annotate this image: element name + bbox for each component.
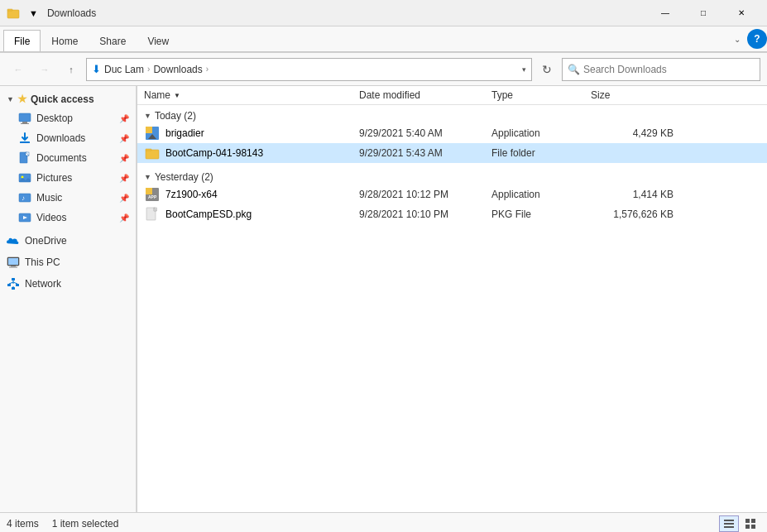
- sidebar-item-desktop[interactable]: Desktop 📌: [0, 108, 136, 128]
- svg-line-23: [9, 282, 13, 284]
- svg-rect-40: [745, 519, 750, 523]
- status-view-buttons: [719, 515, 760, 532]
- svg-rect-32: [146, 188, 152, 194]
- quick-access-dropdown[interactable]: ▼: [25, 6, 42, 21]
- minimize-button[interactable]: —: [646, 0, 684, 26]
- bootcampesd-filename: BootCampESD.pkg: [165, 208, 252, 220]
- sidebar-music-label: Music: [36, 192, 62, 204]
- svg-rect-18: [12, 278, 15, 280]
- downloads-pin-icon: 📌: [119, 134, 129, 143]
- svg-rect-30: [146, 149, 151, 151]
- up-button[interactable]: ↑: [60, 58, 83, 81]
- bootcamp-filename: BootCamp-041-98143: [165, 147, 263, 159]
- address-sep-1: ›: [147, 65, 150, 74]
- svg-rect-29: [146, 150, 159, 159]
- window-title: Downloads: [47, 7, 96, 19]
- 7z-icon: APP: [144, 186, 161, 203]
- bootcamp-folder-icon: [144, 145, 161, 161]
- status-item-count: 4 items: [7, 518, 39, 530]
- brigadier-size: 4,429 KB: [591, 127, 674, 139]
- sidebar-quick-access-header[interactable]: ▼ ★ Quick access: [0, 89, 136, 108]
- sidebar-item-videos[interactable]: Videos 📌: [0, 208, 136, 228]
- sidebar-item-network[interactable]: Network: [0, 274, 136, 294]
- sidebar-pictures-label: Pictures: [36, 172, 72, 184]
- status-selection-info: 1 item selected: [52, 518, 119, 530]
- sidebar-item-documents[interactable]: Documents 📌: [0, 148, 136, 168]
- desktop-icon: [18, 112, 31, 125]
- svg-rect-1: [7, 9, 12, 11]
- file-row-brigadier[interactable]: brigadier 9/29/2021 5:40 AM Application …: [137, 123, 767, 143]
- tab-home[interactable]: Home: [41, 30, 89, 51]
- group-today-header[interactable]: ▼ Today (2): [137, 105, 767, 123]
- tab-share[interactable]: Share: [89, 30, 137, 51]
- today-group-chevron: ▼: [144, 112, 151, 120]
- address-dropdown-arrow[interactable]: ▾: [522, 65, 526, 74]
- sidebar-item-downloads[interactable]: Downloads 📌: [0, 128, 136, 148]
- tab-file[interactable]: File: [3, 30, 41, 51]
- 7z-filename: 7z1900-x64: [165, 189, 218, 200]
- address-part-2: Downloads: [153, 64, 202, 75]
- yesterday-group-chevron: ▼: [144, 173, 151, 181]
- file-row-bootcamp[interactable]: BootCamp-041-98143 9/29/2021 5:43 AM Fil…: [137, 143, 767, 163]
- sidebar-item-pictures[interactable]: Pictures 📌: [0, 168, 136, 188]
- sidebar-documents-label: Documents: [36, 152, 87, 164]
- sidebar-network-label: Network: [25, 278, 61, 290]
- sidebar-item-thispc[interactable]: This PC: [0, 252, 136, 272]
- onedrive-icon: [7, 234, 20, 247]
- back-button[interactable]: ←: [7, 58, 30, 81]
- details-view-button[interactable]: [719, 515, 739, 532]
- pictures-pin-icon: 📌: [119, 174, 129, 183]
- search-bar[interactable]: 🔍: [562, 58, 760, 81]
- svg-rect-0: [7, 10, 19, 18]
- large-icons-view-button[interactable]: [741, 515, 760, 532]
- svg-rect-43: [751, 525, 755, 529]
- title-bar-controls: — □ ✕: [646, 0, 760, 26]
- col-header-type[interactable]: Type: [491, 89, 591, 101]
- col-header-name[interactable]: Name ▼: [144, 89, 359, 101]
- svg-rect-41: [751, 519, 755, 523]
- svg-text:APP: APP: [148, 194, 157, 199]
- brigadier-date: 9/29/2021 5:40 AM: [359, 127, 491, 139]
- bootcamp-name-cell: BootCamp-041-98143: [144, 145, 359, 161]
- address-text: Duc Lam › Downloads ›: [104, 64, 209, 75]
- col-header-date[interactable]: Date modified: [359, 89, 491, 101]
- address-folder-icon: ⬇: [92, 63, 101, 75]
- bootcamp-date: 9/29/2021 5:43 AM: [359, 147, 491, 159]
- pictures-icon: [18, 171, 31, 185]
- help-button[interactable]: ?: [747, 29, 767, 49]
- yesterday-group-label: Yesterday (2): [155, 171, 213, 183]
- forward-button[interactable]: →: [33, 58, 56, 81]
- svg-rect-39: [724, 526, 734, 528]
- svg-rect-20: [16, 284, 19, 286]
- 7z-name-cell: APP 7z1900-x64: [144, 186, 359, 203]
- tab-view[interactable]: View: [137, 30, 180, 51]
- svg-rect-38: [724, 523, 734, 525]
- sidebar-item-onedrive[interactable]: OneDrive: [0, 231, 136, 251]
- quick-access-star-icon: ★: [17, 93, 27, 105]
- ribbon-expand-button[interactable]: ⌄: [731, 33, 744, 46]
- title-folder-icon: [7, 7, 20, 20]
- file-row-bootcampesd[interactable]: BootCampESD.pkg 9/28/2021 10:10 PM PKG F…: [137, 204, 767, 224]
- group-yesterday-header[interactable]: ▼ Yesterday (2): [137, 166, 767, 185]
- sidebar-desktop-label: Desktop: [36, 113, 73, 124]
- title-bar-left: ▼ Downloads: [7, 6, 646, 21]
- svg-rect-3: [22, 122, 27, 123]
- col-header-size[interactable]: Size: [591, 89, 674, 101]
- network-icon: [7, 277, 20, 290]
- svg-rect-17: [9, 267, 17, 268]
- 7z-date: 9/28/2021 10:12 PM: [359, 189, 491, 200]
- file-column-headers: Name ▼ Date modified Type Size: [137, 86, 767, 105]
- refresh-button[interactable]: ↻: [535, 58, 558, 81]
- videos-icon: [18, 211, 31, 224]
- file-row-7z[interactable]: APP 7z1900-x64 9/28/2021 10:12 PM Applic…: [137, 185, 767, 204]
- address-bar[interactable]: ⬇ Duc Lam › Downloads › ▾: [86, 58, 532, 81]
- close-button[interactable]: ✕: [722, 0, 760, 26]
- search-input[interactable]: [583, 64, 755, 75]
- maximize-button[interactable]: □: [684, 0, 722, 26]
- bootcampesd-size: 1,576,626 KB: [591, 208, 674, 220]
- svg-rect-42: [745, 525, 750, 529]
- brigadier-icon: [144, 125, 161, 141]
- quick-access-arrow: ▼: [29, 8, 38, 18]
- downloads-icon: [18, 132, 31, 145]
- sidebar-item-music[interactable]: ♪ Music 📌: [0, 188, 136, 208]
